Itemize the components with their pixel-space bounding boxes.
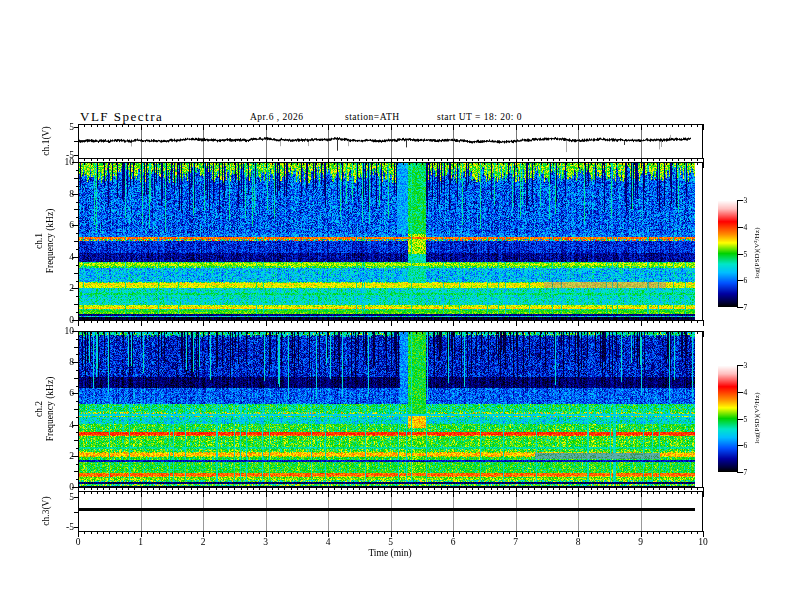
- time-tick-label-4: 4: [316, 536, 340, 548]
- time-tick-label-1: 1: [129, 536, 153, 548]
- colorbar-ch2-unit-label: log(PSD)(V²/Hz): [753, 392, 761, 443]
- ch2-freq-tick-4: 4: [40, 419, 74, 431]
- ch1-spectrogram-panel: [78, 162, 703, 320]
- ch2-freq-tick-2: 2: [40, 450, 74, 462]
- figure-title: VLF Spectra: [80, 109, 163, 125]
- date-label: Apr.6 , 2026: [250, 112, 304, 122]
- colorbar1-tick--7: -7: [741, 303, 747, 312]
- ch2-spectrogram-panel: [78, 331, 703, 487]
- time-tick-label-3: 3: [254, 536, 278, 548]
- colorbar2-tick--5: -5: [741, 415, 747, 424]
- colorbar-ch1: [718, 200, 737, 307]
- station-label: station=ATH: [345, 112, 400, 122]
- ch2-freq-tick-8: 8: [40, 356, 74, 368]
- colorbar2-tick--7: -7: [741, 468, 747, 477]
- time-tick-label-6: 6: [441, 536, 465, 548]
- time-tick-label-2: 2: [191, 536, 215, 548]
- start-ut-label: start UT = 18: 20: 0: [437, 112, 522, 122]
- ch2-frequency-axis-title: ch.2 Frequency (kHz): [34, 377, 56, 442]
- ch3-waveform-panel: [78, 491, 703, 531]
- ch1-freq-tick-8: 8: [40, 188, 74, 200]
- ch1-freq-tick-10: 10: [40, 156, 74, 168]
- ch2-freq-tick-10: 10: [40, 325, 74, 337]
- time-tick-label-8: 8: [566, 536, 590, 548]
- ch3-volt-tick--5: -5: [40, 521, 74, 533]
- ch3-volt-tick-5: 5: [40, 491, 74, 503]
- time-tick-label-10: 10: [691, 536, 715, 548]
- ch1-freq-tick-4: 4: [40, 251, 74, 263]
- ch1-freq-tick-2: 2: [40, 282, 74, 294]
- colorbar2-tick--3: -3: [741, 361, 747, 370]
- colorbar1-tick--3: -3: [741, 196, 747, 205]
- colorbar2-tick--6: -6: [741, 441, 747, 450]
- time-tick-label-9: 9: [629, 536, 653, 548]
- time-tick-label-7: 7: [504, 536, 528, 548]
- colorbar-ch2: [718, 365, 737, 472]
- colorbar1-tick--4: -4: [741, 223, 747, 232]
- ch1-freq-tick-6: 6: [40, 219, 74, 231]
- colorbar2-tick--4: -4: [741, 388, 747, 397]
- vlf-spectra-figure: VLF Spectra Apr.6 , 2026 station=ATH sta…: [0, 0, 792, 612]
- time-tick-label-0: 0: [66, 536, 90, 548]
- colorbar-ch1-unit-label: log(PSD)(V²/Hz): [753, 227, 761, 278]
- colorbar1-tick--6: -6: [741, 276, 747, 285]
- ch2-freq-tick-6: 6: [40, 387, 74, 399]
- time-tick-label-5: 5: [379, 536, 403, 548]
- ch1-volt-tick-5: 5: [40, 121, 74, 133]
- colorbar1-tick--5: -5: [741, 250, 747, 259]
- ch2-frequency-axis-title-line1: ch.2: [34, 377, 45, 442]
- ch2-frequency-axis-title-line2: Frequency (kHz): [45, 377, 56, 442]
- time-axis-title: Time (min): [345, 548, 435, 558]
- ch1-waveform-panel: [78, 124, 703, 158]
